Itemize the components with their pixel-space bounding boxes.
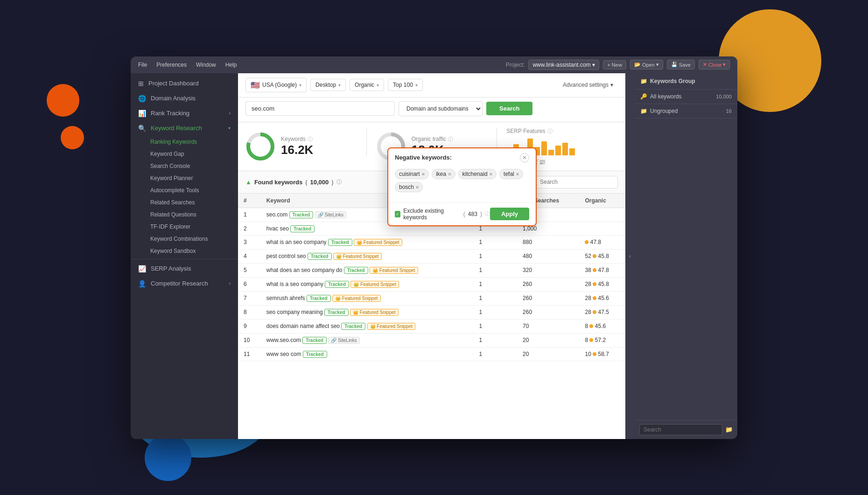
bg-decoration-orange-small	[47, 84, 79, 117]
sidebar-sub-search-console[interactable]: Search Console	[131, 160, 238, 172]
cell-organic	[579, 208, 625, 222]
menu-window[interactable]: Window	[196, 62, 216, 68]
keyword-tag: kitchenaid×	[458, 169, 497, 179]
apply-button[interactable]: Apply	[490, 208, 529, 220]
cell-rank: 1	[474, 249, 518, 263]
right-panel-ungrouped[interactable]: 📁 Ungrouped 16	[635, 104, 737, 119]
bg-decoration-orange-mid	[61, 126, 84, 149]
sidebar-divider-1	[131, 259, 238, 259]
table-row[interactable]: 3 what is an seo company Tracked 👑 Featu…	[238, 235, 625, 249]
serp-bar	[562, 143, 568, 155]
kd-dot	[589, 338, 593, 342]
col-organic[interactable]: Organic	[579, 194, 625, 208]
sidebar-sub-related-questions[interactable]: Related Questions	[131, 209, 238, 221]
cell-organic: 28 45.6	[579, 291, 625, 305]
keywords-value: 16.2K	[281, 143, 313, 157]
popup-close-button[interactable]: ✕	[520, 153, 529, 162]
keyword-tag-remove[interactable]: ×	[422, 171, 425, 177]
sidebar-item-rank-tracking[interactable]: 📊 Rank Tracking ›	[131, 106, 238, 121]
menu-help[interactable]: Help	[225, 62, 237, 68]
project-dropdown[interactable]: www.link-assistant.com ▾	[528, 60, 599, 70]
right-panel-all-keywords[interactable]: 🔑 All keywords 10,000	[635, 90, 737, 104]
keyword-tag-label: ikea	[436, 171, 446, 177]
advanced-settings-button[interactable]: Advanced settings ▾	[558, 79, 618, 91]
results-dropdown[interactable]: Top 100 ▾	[388, 79, 423, 91]
search-input[interactable]	[245, 101, 395, 116]
cell-organic: 52 45.8	[579, 249, 625, 263]
kd-dot	[593, 352, 596, 356]
sidebar-item-keyword-research[interactable]: 🔍 Keyword Research ▾	[131, 121, 238, 136]
popup-footer: ✓ Exclude existing keywords (483) ⓘ Appl…	[388, 202, 536, 225]
right-panel-collapse[interactable]: ‹	[625, 73, 635, 439]
keyword-tag: bosch×	[395, 182, 423, 192]
keyword-tag-remove[interactable]: ×	[416, 184, 419, 190]
menu-preferences[interactable]: Preferences	[156, 62, 187, 68]
feature-badge: 🔗 SiteLinks	[315, 211, 346, 218]
cell-num: 6	[238, 277, 261, 291]
keyword-tag-remove[interactable]: ×	[516, 171, 519, 177]
cell-searches: 20	[517, 333, 579, 347]
table-row[interactable]: 6 what is a seo company Tracked 👑 Featur…	[238, 277, 625, 291]
kd-dot	[589, 324, 593, 328]
sidebar-sub-keyword-gap[interactable]: Keyword Gap	[131, 148, 238, 160]
sidebar-item-project-dashboard[interactable]: ⊞ Project Dashboard	[131, 76, 238, 91]
folder-icon: 📁	[640, 78, 647, 84]
keywords-stat: Keywords ⓘ 16.2K	[245, 128, 357, 165]
keyword-tag-remove[interactable]: ×	[490, 171, 492, 177]
table-row[interactable]: 5 what does an seo company do Tracked 👑 …	[238, 263, 625, 277]
search-type-select[interactable]: Domain and subdomains	[399, 101, 483, 116]
cell-searches: 20	[517, 347, 579, 361]
keyword-tag-remove[interactable]: ×	[448, 171, 451, 177]
cell-organic	[579, 222, 625, 235]
device-dropdown[interactable]: Desktop ▾	[310, 79, 346, 91]
keyword-icon: 🔍	[138, 125, 146, 132]
feature-badge: 👑 Featured Snippet	[370, 267, 418, 274]
open-button[interactable]: 📂 Open ▾	[630, 60, 663, 70]
kd-dot	[585, 240, 588, 244]
sidebar-item-domain-analysis[interactable]: 🌐 Domain Analysis	[131, 91, 238, 106]
collapse-icon[interactable]: ▲	[245, 179, 252, 186]
exclude-checkbox[interactable]: ✓	[395, 211, 400, 217]
right-panel-search-input[interactable]	[639, 424, 722, 435]
menu-items: File Preferences Window Help	[138, 62, 237, 68]
table-search-input[interactable]	[540, 179, 610, 185]
cell-num: 3	[238, 235, 261, 249]
tracked-badge: Tracked	[302, 337, 327, 344]
cell-rank: 1	[474, 235, 518, 249]
sidebar-sub-autocomplete[interactable]: Autocomplete Tools	[131, 184, 238, 196]
sidebar-sub-tfidf[interactable]: TF-IDF Explorer	[131, 221, 238, 233]
sidebar-sub-keyword-planner[interactable]: Keyword Planner	[131, 172, 238, 184]
new-button[interactable]: + New	[603, 60, 626, 70]
cell-organic: 8 45.6	[579, 319, 625, 333]
table-row[interactable]: 4 pest control seo Tracked 👑 Featured Sn…	[238, 249, 625, 263]
kd-dot	[593, 296, 596, 300]
sidebar-sub-keyword-combinations[interactable]: Keyword Combinations	[131, 233, 238, 245]
sidebar-sub-keyword-sandbox[interactable]: Keyword Sandbox	[131, 245, 238, 257]
save-button[interactable]: 💾 Save	[667, 60, 695, 70]
menu-file[interactable]: File	[138, 62, 147, 68]
table-row[interactable]: 11 www seo com Tracked 1 20 10 58.7	[238, 347, 625, 361]
sidebar-item-competitor-research[interactable]: 👤 Competitor Research ›	[131, 276, 238, 291]
cell-rank: 1	[474, 305, 518, 319]
sidebar-sub-related-searches[interactable]: Related Searches	[131, 196, 238, 209]
table-row[interactable]: 10 www.seo.com Tracked 🔗 SiteLinks 1 20 …	[238, 333, 625, 347]
type-dropdown[interactable]: Organic ▾	[350, 79, 384, 91]
location-dropdown[interactable]: 🇺🇸 USA (Google) ▾	[245, 78, 307, 92]
cell-keyword: www.seo.com Tracked 🔗 SiteLinks	[261, 333, 474, 347]
cell-organic: 28 47.5	[579, 305, 625, 319]
table-row[interactable]: 9 does domain name affect seo Tracked 👑 …	[238, 319, 625, 333]
table-row[interactable]: 8 seo company meaning Tracked 👑 Featured…	[238, 305, 625, 319]
search-button[interactable]: Search	[486, 102, 532, 115]
sidebar-sub-ranking-keywords[interactable]: Ranking Keywords	[131, 136, 238, 148]
right-panel-folder-icon[interactable]: 📁	[725, 426, 733, 433]
cell-rank: 1	[474, 291, 518, 305]
close-button[interactable]: ✕ Close ▾	[699, 60, 730, 70]
cell-num: 4	[238, 249, 261, 263]
app-body: ⊞ Project Dashboard 🌐 Domain Analysis 📊 …	[131, 73, 737, 439]
exclude-existing-label: ✓ Exclude existing keywords (483) ⓘ	[395, 208, 490, 221]
kd-dot	[593, 268, 596, 272]
table-row[interactable]: 7 semrush ahrefs Tracked 👑 Featured Snip…	[238, 291, 625, 305]
domain-icon: 🌐	[138, 95, 146, 102]
sidebar-item-serp-analysis[interactable]: 📈 SERP Analysis	[131, 261, 238, 276]
table-search-box[interactable]: 🔍	[525, 176, 618, 188]
